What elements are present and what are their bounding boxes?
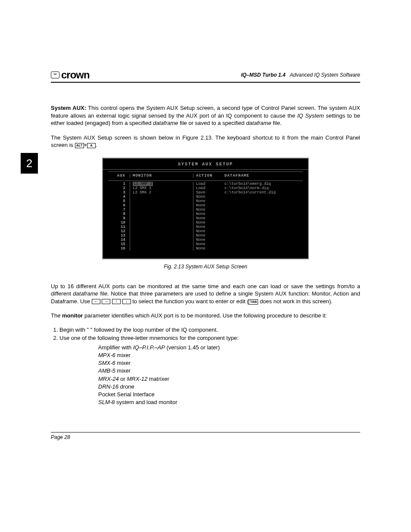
paragraph-system-aux: System AUX: This control opens the Syste… [51, 104, 360, 127]
keycap-right-icon: → [102, 299, 110, 304]
list-item: AMB-5 mixer [98, 367, 360, 375]
col-header-dataframe: DATAFRAME [222, 174, 303, 178]
keycap-left-icon: ← [92, 299, 100, 304]
list-item: MPX-6 mixer [98, 352, 360, 359]
brand-text: crown [61, 69, 90, 81]
list-item: SLM-8 system and load monitor [98, 398, 360, 406]
paragraph-ports: Up to 16 different AUX ports can be moni… [51, 283, 360, 305]
col-header-monitor: MONITOR [130, 174, 193, 178]
list-item: Use one of the following three-letter mn… [59, 335, 360, 341]
figure-terminal: SYSTEM AUX SETUP AUX MONITOR ACTION DATA… [102, 158, 309, 259]
list-item: SMX-6 mixer [98, 359, 360, 367]
paragraph-monitor: The monitor parameter identifies which A… [51, 312, 360, 320]
list-item: MRX-24 or MRX-12 matrixer [98, 375, 360, 383]
keycap-a-icon: A [87, 143, 96, 148]
header-product: IQ–MSD Turbo 1.4 Advanced IQ System Soft… [241, 72, 360, 78]
col-header-action: ACTION [193, 174, 222, 178]
figure-caption: Fig. 2.13 System AUX Setup Screen [51, 264, 360, 270]
keycap-up-icon: ↑ [112, 299, 121, 304]
list-item: DRN-16 drone [98, 383, 360, 391]
mnemonic-list: Amplifier with IQ–P.I.P.–AP (version 1.4… [98, 344, 360, 407]
paragraph-shortcut: The System AUX Setup screen is shown bel… [51, 134, 360, 149]
keycap-alt-icon: ALT [75, 143, 84, 148]
section-number-tab: 2 [21, 153, 38, 174]
crown-icon [51, 72, 59, 78]
procedure-list: Begin with " " followed by the loop numb… [59, 327, 360, 341]
brand-logo: crown [51, 69, 90, 81]
list-item: Amplifier with IQ–P.I.P.–AP (version 1.4… [98, 344, 360, 352]
list-item: Begin with " " followed by the loop numb… [59, 327, 360, 333]
list-item: Pocket Serial Interface [98, 391, 360, 398]
col-header-aux: AUX [108, 174, 130, 178]
keycap-tab-icon: TAB [249, 299, 258, 305]
page-footer: Page 28 [51, 432, 360, 440]
page-header: crown IQ–MSD Turbo 1.4 Advanced IQ Syste… [51, 69, 360, 83]
keycap-down-icon: ↓ [122, 299, 131, 304]
terminal-title: SYSTEM AUX SETUP [103, 161, 308, 170]
